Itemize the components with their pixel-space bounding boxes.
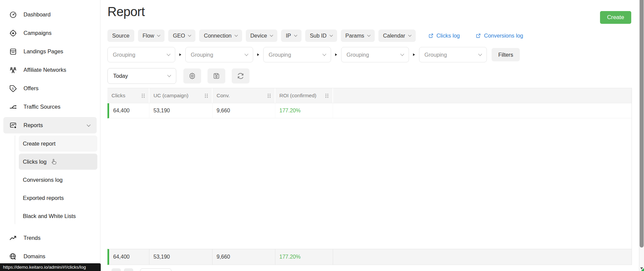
chip-label: IP bbox=[286, 33, 291, 39]
filters-button[interactable]: Filters bbox=[492, 48, 520, 61]
header-filler bbox=[333, 88, 632, 103]
refresh-button[interactable] bbox=[232, 68, 249, 84]
pagination-next-button[interactable] bbox=[124, 268, 133, 271]
filter-chips-row: Source Flow GEO Connection Device IP Sub… bbox=[107, 30, 523, 42]
filter-chip-connection[interactable]: Connection bbox=[199, 30, 242, 42]
chip-label: Params bbox=[346, 33, 364, 39]
column-header-roi-confirmed[interactable]: ROI (confirmed) bbox=[275, 88, 333, 103]
chevron-down-icon bbox=[234, 34, 238, 37]
footer-cell-clicks: 64,400 bbox=[109, 249, 149, 265]
submenu-item-label: Conversions log bbox=[23, 177, 62, 183]
sidebar-item-campaigns[interactable]: Campaigns bbox=[0, 24, 100, 42]
sidebar-item-clicks-log[interactable]: Clicks log bbox=[19, 154, 97, 170]
grouping-select-3[interactable]: Grouping bbox=[263, 47, 331, 62]
cell-roi-confirmed: 177.20% bbox=[275, 103, 333, 118]
create-button[interactable]: Create bbox=[600, 11, 631, 24]
conversions-log-link[interactable]: Conversions log bbox=[475, 33, 523, 39]
chevron-down-icon bbox=[270, 34, 273, 37]
settings-button[interactable] bbox=[183, 68, 201, 84]
filter-chip-flow[interactable]: Flow bbox=[138, 30, 165, 42]
date-range-select[interactable]: Today bbox=[107, 68, 176, 84]
sidebar-item-trends[interactable]: Trends bbox=[0, 229, 100, 247]
sidebar-item-dashboard[interactable]: Dashboard bbox=[0, 5, 100, 24]
page-title: Report bbox=[107, 5, 145, 19]
grouping-select-5[interactable]: Grouping bbox=[419, 47, 487, 62]
clicks-log-link[interactable]: Clicks log bbox=[428, 33, 460, 39]
pagination-prev-button[interactable] bbox=[111, 268, 121, 271]
save-icon bbox=[213, 72, 220, 80]
drag-handle-icon[interactable] bbox=[325, 93, 329, 99]
chevron-down-icon bbox=[188, 34, 191, 37]
table-row[interactable]: 64,400 53,190 9,660 177.20% bbox=[107, 103, 632, 118]
filter-chip-source[interactable]: Source bbox=[107, 30, 134, 42]
date-row: Today bbox=[107, 68, 249, 84]
footer-cell-uc-campaign: 53,190 bbox=[149, 249, 213, 265]
column-label: Conv. bbox=[217, 93, 230, 99]
grouping-value: Grouping bbox=[269, 52, 291, 58]
sidebar-item-reports[interactable]: Reports bbox=[3, 117, 97, 133]
chevron-down-icon bbox=[408, 34, 411, 37]
drag-handle-icon[interactable] bbox=[267, 93, 271, 99]
sidebar-item-label: Landings Pages bbox=[24, 48, 63, 55]
per-page-select[interactable] bbox=[140, 268, 172, 271]
hand-cursor-icon bbox=[50, 158, 58, 166]
sidebar-item-create-report[interactable]: Create report bbox=[19, 136, 97, 152]
sidebar-item-label: Trends bbox=[24, 235, 41, 241]
link-label: Clicks log bbox=[436, 33, 460, 39]
chevron-down-icon bbox=[478, 52, 482, 56]
filter-chip-params[interactable]: Params bbox=[341, 30, 375, 42]
vertical-scrollbar[interactable] bbox=[639, 0, 644, 271]
grouping-select-1[interactable]: Grouping bbox=[107, 47, 175, 62]
sidebar-item-label: Dashboard bbox=[24, 11, 51, 18]
globe-icon bbox=[9, 252, 17, 261]
sidebar-item-domains[interactable]: Domains bbox=[0, 247, 100, 266]
cell-conv: 9,660 bbox=[213, 103, 275, 118]
filter-chip-calendar[interactable]: Calendar bbox=[378, 30, 416, 42]
filter-chip-ip[interactable]: IP bbox=[281, 30, 301, 42]
table-body-empty-area bbox=[107, 118, 632, 249]
chevron-down-icon bbox=[322, 52, 326, 56]
scrollbar-thumb[interactable] bbox=[640, 0, 644, 248]
sidebar-item-label: Offers bbox=[24, 85, 39, 92]
row-filler bbox=[333, 103, 632, 118]
filter-chip-device[interactable]: Device bbox=[246, 30, 278, 42]
external-link-icon bbox=[428, 33, 434, 39]
sidebar-item-offers[interactable]: $ Offers bbox=[0, 79, 100, 98]
column-header-conv[interactable]: Conv. bbox=[213, 88, 275, 103]
cell-uc-campaign: 53,190 bbox=[149, 103, 213, 118]
grouping-select-2[interactable]: Grouping bbox=[185, 47, 253, 62]
sidebar-item-exported-reports[interactable]: Exported reports bbox=[19, 190, 97, 206]
arrow-right-icon bbox=[413, 53, 415, 56]
drag-handle-icon[interactable] bbox=[204, 93, 209, 99]
reports-submenu: Create report Clicks log Conversions log… bbox=[15, 136, 100, 224]
table-header-row: Clicks UC (campaign) Conv. ROI (confirme… bbox=[107, 88, 632, 103]
footer-cell-roi-confirmed: 177.20% bbox=[275, 249, 333, 265]
sidebar-item-label: Domains bbox=[24, 253, 45, 260]
chevron-down-icon bbox=[400, 52, 404, 56]
filter-chip-geo[interactable]: GEO bbox=[168, 30, 195, 42]
sidebar-item-affiliate-networks[interactable]: Affiliate Networks bbox=[0, 61, 100, 79]
column-header-clicks[interactable]: Clicks bbox=[107, 88, 149, 103]
column-header-uc-campaign[interactable]: UC (campaign) bbox=[149, 88, 213, 103]
chevron-down-icon bbox=[157, 34, 160, 37]
chip-label: Source bbox=[112, 33, 130, 39]
tag-icon: $ bbox=[9, 84, 17, 93]
sidebar-item-label: Campaigns bbox=[24, 30, 51, 36]
sidebar-item-traffic-sources[interactable]: Traffic Sources bbox=[0, 98, 100, 116]
grouping-select-4[interactable]: Grouping bbox=[341, 47, 409, 62]
sidebar-item-black-white-lists[interactable]: Black and White Lists bbox=[19, 208, 97, 224]
chip-label: Calendar bbox=[383, 33, 405, 39]
sidebar-item-landings-pages[interactable]: Landings Pages bbox=[0, 42, 100, 61]
filter-chip-sub-id[interactable]: Sub ID bbox=[305, 30, 337, 42]
grouping-value: Grouping bbox=[191, 52, 213, 58]
sidebar-item-label: Affiliate Networks bbox=[24, 67, 66, 73]
grouping-value: Grouping bbox=[347, 52, 369, 58]
sidebar-item-label: Reports bbox=[24, 122, 43, 128]
split-icon bbox=[9, 103, 17, 111]
drag-handle-icon[interactable] bbox=[141, 93, 145, 99]
chip-label: Sub ID bbox=[310, 33, 327, 39]
save-report-button[interactable] bbox=[208, 68, 225, 84]
table-footer-row: 64,400 53,190 9,660 177.20% bbox=[107, 249, 632, 265]
sidebar-item-conversions-log[interactable]: Conversions log bbox=[19, 172, 97, 188]
pagination-bar bbox=[111, 268, 172, 271]
